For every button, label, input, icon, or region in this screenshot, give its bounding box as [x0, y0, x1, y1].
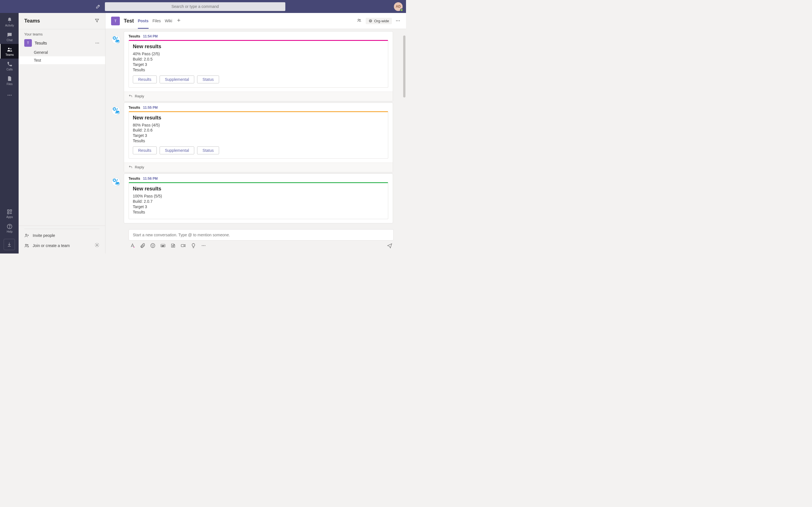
svg-point-14 [358, 19, 359, 20]
svg-point-3 [9, 95, 10, 96]
channel-header: T Test Posts Files Wiki Org-wide ··· [105, 13, 406, 29]
rail-download[interactable] [4, 239, 15, 250]
card-action-button[interactable]: Results [133, 147, 157, 154]
scrollbar[interactable] [403, 36, 405, 214]
reply-icon [129, 165, 133, 169]
svg-rect-5 [8, 210, 9, 211]
search-box[interactable] [105, 2, 285, 11]
new-message-icon[interactable] [94, 4, 103, 9]
channel-test[interactable]: Test [18, 56, 105, 64]
card-action-button[interactable]: Supplemental [160, 75, 195, 83]
channel-general[interactable]: General [18, 48, 105, 56]
tab-files[interactable]: Files [153, 13, 161, 29]
messages-area: Tesults11:54 PMNew results40% Pass (2/5)… [105, 29, 406, 227]
card-line: Target 3 [133, 204, 384, 210]
invite-people-label: Invite people [33, 233, 55, 238]
team-members-icon[interactable] [357, 18, 362, 24]
rail-more[interactable] [0, 88, 18, 103]
scrollbar-thumb[interactable] [403, 36, 405, 98]
profile-initials: AD [396, 4, 401, 8]
result-card: New results100% Pass (5/5)Build: 2.0.7Ta… [129, 182, 388, 219]
invite-people-button[interactable]: Invite people [24, 231, 100, 240]
rail-apps[interactable]: Apps [0, 206, 18, 221]
svg-point-27 [203, 245, 204, 246]
card-line: 100% Pass (5/5) [133, 193, 384, 199]
reply-button[interactable]: Reply [124, 92, 393, 101]
team-row-tesults[interactable]: T Tesults ··· [18, 38, 105, 48]
svg-point-18 [151, 244, 155, 248]
rail-teams[interactable]: Teams [0, 44, 18, 59]
channel-more-icon[interactable]: ··· [396, 18, 400, 23]
gear-icon[interactable] [94, 242, 100, 248]
orgwide-button[interactable]: Org-wide [366, 18, 392, 24]
send-icon[interactable] [387, 243, 393, 249]
message-group: Tesults11:56 PMNew results100% Pass (5/5… [105, 173, 406, 223]
composer-input-wrap[interactable] [129, 229, 394, 240]
tab-posts[interactable]: Posts [138, 13, 149, 29]
teams-panel: Teams Your teams T Tesults ··· General T… [18, 13, 105, 253]
card-title: New results [133, 44, 384, 50]
svg-point-9 [9, 227, 10, 228]
svg-point-11 [26, 244, 27, 245]
app-avatar [112, 107, 120, 115]
composer-more-icon[interactable] [201, 243, 206, 249]
svg-point-26 [202, 245, 203, 246]
filter-icon[interactable] [94, 18, 100, 24]
app-avatar [112, 177, 120, 186]
tab-wiki[interactable]: Wiki [165, 13, 172, 29]
meetnow-icon[interactable] [181, 243, 186, 249]
card-line: 80% Pass (4/5) [133, 122, 384, 128]
channel-tabs: Posts Files Wiki [138, 13, 181, 29]
rail-chat[interactable]: Chat [0, 29, 18, 44]
svg-point-28 [205, 245, 206, 246]
card-line: 40% Pass (2/5) [133, 51, 384, 57]
svg-point-1 [10, 48, 11, 49]
emoji-icon[interactable] [150, 243, 156, 249]
rail-files[interactable]: Files [0, 73, 18, 88]
svg-point-24 [173, 245, 174, 246]
format-icon[interactable] [130, 243, 135, 249]
rail-activity[interactable]: Activity [0, 15, 18, 29]
svg-point-13 [96, 244, 98, 246]
composer-input[interactable] [133, 233, 389, 237]
gif-icon[interactable]: GIF [160, 243, 166, 249]
join-create-team-label: Join or create a team [33, 243, 70, 248]
sticker-icon[interactable] [170, 243, 176, 249]
title-bar: AD [0, 0, 406, 13]
svg-rect-6 [10, 210, 12, 211]
card-action-button[interactable]: Status [197, 147, 219, 154]
card-line: Build: 2.0.5 [133, 57, 384, 62]
presence-indicator [400, 8, 403, 11]
result-card: New results40% Pass (2/5)Build: 2.0.5Tar… [129, 40, 388, 88]
card-line: Build: 2.0.7 [133, 199, 384, 204]
card-line: Tesults [133, 210, 384, 215]
card-action-button[interactable]: Status [197, 75, 219, 83]
message-author: Tesults [129, 177, 140, 180]
attach-icon[interactable] [140, 243, 146, 249]
card-line: Tesults [133, 67, 384, 73]
card-actions: ResultsSupplementalStatus [133, 75, 384, 83]
join-create-team-button[interactable]: Join or create a team [24, 240, 100, 251]
svg-point-23 [172, 245, 173, 246]
praise-icon[interactable] [191, 243, 196, 249]
team-more-icon[interactable]: ··· [95, 41, 100, 45]
rail-calls[interactable]: Calls [0, 59, 18, 73]
message-author: Tesults [129, 34, 140, 38]
card-action-button[interactable]: Supplemental [160, 147, 195, 154]
card-action-button[interactable]: Results [133, 75, 157, 83]
message-group: Tesults11:54 PMNew results40% Pass (2/5)… [105, 31, 406, 101]
profile-avatar[interactable]: AD [394, 2, 403, 11]
app-rail: Activity Chat Teams Calls Files Apps Hel [0, 13, 18, 253]
card-actions: ResultsSupplementalStatus [133, 147, 384, 154]
svg-point-2 [8, 95, 8, 96]
svg-point-19 [152, 245, 153, 245]
add-tab-button[interactable] [176, 18, 181, 24]
rail-help[interactable]: Help [0, 221, 18, 235]
search-input[interactable] [105, 4, 285, 9]
svg-rect-7 [8, 212, 9, 214]
card-title: New results [133, 186, 384, 192]
card-line: Tesults [133, 138, 384, 144]
teams-panel-header: Teams [18, 13, 105, 29]
reply-button[interactable]: Reply [124, 163, 393, 172]
svg-text:GIF: GIF [161, 245, 164, 247]
